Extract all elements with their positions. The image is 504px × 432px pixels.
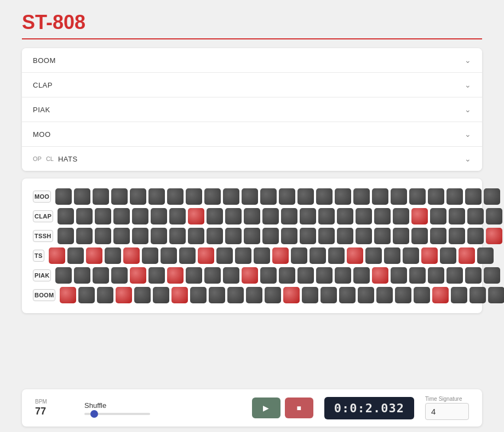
seq-step-3-1[interactable] xyxy=(67,247,84,264)
seq-step-0-19[interactable] xyxy=(409,188,426,205)
seq-step-0-3[interactable] xyxy=(111,188,128,205)
seq-step-0-6[interactable] xyxy=(167,188,184,205)
seq-step-4-15[interactable] xyxy=(335,267,351,284)
seq-step-4-13[interactable] xyxy=(297,267,314,284)
seq-step-1-22[interactable] xyxy=(467,208,484,224)
seq-step-1-1[interactable] xyxy=(76,208,93,224)
seq-step-1-11[interactable] xyxy=(262,208,279,224)
seq-step-0-1[interactable] xyxy=(74,188,90,205)
seq-step-1-5[interactable] xyxy=(151,208,167,224)
seq-step-5-6[interactable] xyxy=(171,287,188,303)
seq-step-3-10[interactable] xyxy=(235,247,251,264)
seq-step-2-13[interactable] xyxy=(300,228,316,244)
seq-step-4-16[interactable] xyxy=(353,267,370,284)
seq-step-2-5[interactable] xyxy=(151,228,167,244)
seq-step-5-20[interactable] xyxy=(432,287,449,303)
seq-step-1-16[interactable] xyxy=(356,208,372,224)
seq-step-3-23[interactable] xyxy=(477,247,494,264)
seq-step-2-2[interactable] xyxy=(95,228,111,244)
seq-step-1-20[interactable] xyxy=(430,208,446,224)
seq-step-3-7[interactable] xyxy=(179,247,196,264)
seq-step-0-13[interactable] xyxy=(297,188,314,205)
seq-step-3-8[interactable] xyxy=(198,247,214,264)
seq-step-3-6[interactable] xyxy=(161,247,177,264)
seq-step-3-4[interactable] xyxy=(123,247,140,264)
seq-step-4-0[interactable] xyxy=(55,267,72,284)
seq-step-0-20[interactable] xyxy=(428,188,444,205)
seq-step-5-21[interactable] xyxy=(451,287,467,303)
seq-step-4-3[interactable] xyxy=(111,267,128,284)
seq-step-0-21[interactable] xyxy=(446,188,463,205)
seq-step-0-2[interactable] xyxy=(93,188,109,205)
seq-step-5-11[interactable] xyxy=(265,287,281,303)
seq-step-5-15[interactable] xyxy=(339,287,356,303)
seq-step-1-7[interactable] xyxy=(188,208,204,224)
seq-step-1-13[interactable] xyxy=(300,208,316,224)
seq-step-2-8[interactable] xyxy=(207,228,223,244)
seq-step-2-7[interactable] xyxy=(188,228,204,244)
seq-step-4-2[interactable] xyxy=(93,267,109,284)
seq-step-5-9[interactable] xyxy=(227,287,244,303)
seq-step-2-18[interactable] xyxy=(393,228,409,244)
seq-step-5-14[interactable] xyxy=(320,287,337,303)
seq-step-2-0[interactable] xyxy=(58,228,74,244)
seq-step-5-2[interactable] xyxy=(97,287,113,303)
seq-step-5-18[interactable] xyxy=(395,287,411,303)
seq-step-5-12[interactable] xyxy=(283,287,300,303)
seq-step-2-6[interactable] xyxy=(169,228,186,244)
seq-step-4-12[interactable] xyxy=(279,267,295,284)
seq-step-4-14[interactable] xyxy=(316,267,333,284)
seq-step-0-15[interactable] xyxy=(335,188,351,205)
seq-step-2-21[interactable] xyxy=(449,228,465,244)
seq-step-1-12[interactable] xyxy=(281,208,297,224)
seq-step-3-3[interactable] xyxy=(105,247,121,264)
seq-step-3-9[interactable] xyxy=(216,247,233,264)
seq-step-0-17[interactable] xyxy=(372,188,388,205)
seq-step-2-10[interactable] xyxy=(244,228,260,244)
seq-step-4-6[interactable] xyxy=(167,267,184,284)
seq-step-3-22[interactable] xyxy=(459,247,475,264)
seq-step-3-21[interactable] xyxy=(440,247,456,264)
seq-step-1-17[interactable] xyxy=(374,208,391,224)
seq-step-0-12[interactable] xyxy=(279,188,295,205)
seq-step-0-18[interactable] xyxy=(391,188,407,205)
seq-step-5-13[interactable] xyxy=(302,287,318,303)
time-sig-input[interactable] xyxy=(425,403,469,420)
accordion-item-boom[interactable]: BOOM ⌄ xyxy=(22,48,482,73)
seq-step-2-22[interactable] xyxy=(467,228,484,244)
seq-step-1-19[interactable] xyxy=(411,208,428,224)
seq-step-0-16[interactable] xyxy=(353,188,370,205)
seq-step-1-9[interactable] xyxy=(225,208,242,224)
seq-step-4-10[interactable] xyxy=(242,267,258,284)
shuffle-slider[interactable] xyxy=(84,413,150,415)
seq-step-2-12[interactable] xyxy=(281,228,297,244)
seq-step-3-15[interactable] xyxy=(328,247,345,264)
seq-step-3-17[interactable] xyxy=(365,247,382,264)
seq-step-5-5[interactable] xyxy=(153,287,169,303)
seq-step-3-19[interactable] xyxy=(403,247,419,264)
seq-step-2-17[interactable] xyxy=(374,228,391,244)
seq-step-5-7[interactable] xyxy=(190,287,207,303)
seq-step-1-18[interactable] xyxy=(393,208,409,224)
seq-step-2-4[interactable] xyxy=(132,228,148,244)
seq-step-3-5[interactable] xyxy=(142,247,158,264)
seq-step-3-14[interactable] xyxy=(310,247,326,264)
accordion-item-piak[interactable]: PIAK ⌄ xyxy=(22,97,482,122)
play-button[interactable]: ▶ xyxy=(252,398,280,418)
seq-step-5-22[interactable] xyxy=(469,287,486,303)
seq-step-0-4[interactable] xyxy=(130,188,146,205)
seq-step-2-19[interactable] xyxy=(411,228,428,244)
seq-step-1-10[interactable] xyxy=(244,208,260,224)
seq-step-0-14[interactable] xyxy=(316,188,333,205)
seq-step-4-9[interactable] xyxy=(223,267,239,284)
seq-step-3-20[interactable] xyxy=(421,247,438,264)
accordion-item-moo[interactable]: MOO ⌄ xyxy=(22,122,482,147)
seq-step-2-15[interactable] xyxy=(337,228,353,244)
seq-step-5-1[interactable] xyxy=(78,287,95,303)
seq-step-0-8[interactable] xyxy=(204,188,221,205)
seq-step-2-1[interactable] xyxy=(76,228,93,244)
seq-step-4-20[interactable] xyxy=(428,267,444,284)
seq-step-5-4[interactable] xyxy=(134,287,151,303)
seq-step-2-14[interactable] xyxy=(318,228,335,244)
accordion-item-clap[interactable]: CLAP ⌄ xyxy=(22,73,482,97)
